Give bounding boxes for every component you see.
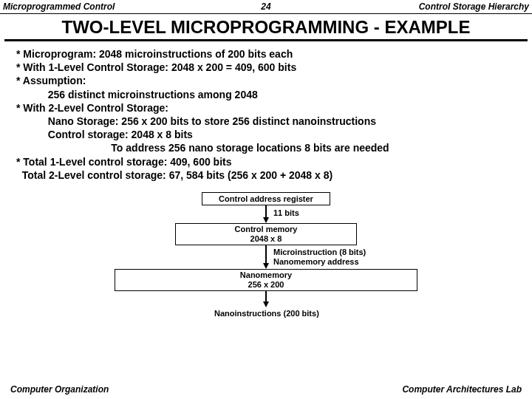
header-left: Microprogrammed Control (3, 1, 261, 12)
arrow-head-icon (263, 263, 269, 269)
slide-title: TWO-LEVEL MICROPROGRAMMING - EXAMPLE (4, 14, 528, 41)
label-11-bits: 11 bits (273, 208, 299, 218)
box-label: Control memory (235, 225, 298, 234)
bullet-line: * Microprogram: 2048 microinstructions o… (16, 47, 516, 61)
header-page-number: 24 (261, 1, 270, 12)
bullet-line: * Assumption: (16, 74, 516, 87)
box-control-address-register: Control address register (202, 192, 330, 205)
box-label: 2048 x 8 (250, 234, 282, 244)
bullet-line: * Total 1-Level control storage: 409, 60… (16, 155, 516, 168)
box-label: 256 x 200 (248, 280, 284, 290)
footer-left: Computer Organization (10, 384, 109, 395)
bullet-line: 256 distinct microinstructions among 204… (16, 88, 516, 101)
arrow-head-icon (263, 301, 269, 307)
bullet-line: Nano Storage: 256 x 200 bits to store 25… (16, 115, 516, 128)
bullet-line: * With 1-Level Control Storage: 2048 x 2… (16, 61, 516, 74)
footer-right: Computer Architectures Lab (402, 384, 522, 395)
slide-footer: Computer Organization Computer Architect… (0, 384, 532, 395)
label-line: Nanomemory address (273, 257, 359, 266)
arrow-head-icon (263, 217, 269, 223)
bullet-content: * Microprogram: 2048 microinstructions o… (0, 41, 532, 185)
box-label: Control address register (219, 194, 313, 204)
header-right: Control Storage Hierarchy (271, 1, 529, 12)
box-control-memory: Control memory 2048 x 8 (175, 223, 357, 245)
bullet-line: Total 2-Level control storage: 67, 584 b… (16, 168, 516, 182)
label-line: Microinstruction (8 bits) (273, 248, 366, 256)
bullet-line: * With 2-Level Control Storage: (16, 101, 516, 115)
arrow-line (265, 245, 267, 265)
box-label: Nanomemory (240, 270, 292, 280)
bullet-line: To address 256 nano storage locations 8 … (16, 141, 516, 154)
label-microinstruction: Microinstruction (8 bits) Nanomemory add… (273, 248, 366, 266)
label-nanoinstructions: Nanoinstructions (200 bits) (214, 309, 319, 318)
box-nanomemory: Nanomemory 256 x 200 (115, 269, 417, 291)
bullet-line: Control storage: 2048 x 8 bits (16, 128, 516, 141)
slide-header: Microprogrammed Control 24 Control Stora… (0, 0, 532, 14)
